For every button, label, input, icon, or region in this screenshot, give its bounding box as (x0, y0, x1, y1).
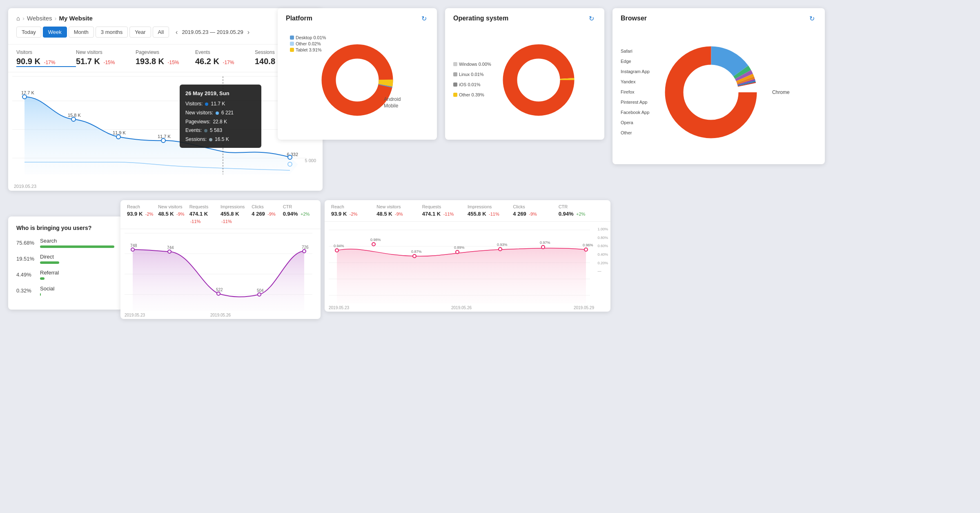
platform-refresh-icon[interactable]: ↻ (421, 15, 429, 22)
tooltip-sessions: Sessions: 16.5 K (185, 135, 256, 144)
reach-clicks-label: Clicks (252, 204, 283, 209)
ctr-reach-value: 93.9 K (331, 211, 347, 217)
metric-change-visitors: -17% (44, 60, 55, 65)
reach-new-visitors-value: 48.5 K (158, 211, 174, 217)
svg-point-5 (71, 117, 76, 121)
legend-other: Other 0.02% (290, 41, 326, 46)
ctr-metric-new-visitors[interactable]: New visitors 48.5 K -9% (376, 204, 422, 217)
date-prev-button[interactable]: ‹ (174, 28, 179, 37)
metric-pageviews[interactable]: Pageviews 193.8 K -15% (136, 49, 195, 67)
time-btn-today[interactable]: Today (16, 27, 41, 38)
home-icon[interactable]: ⌂ (16, 15, 20, 22)
svg-text:17.7 K: 17.7 K (21, 90, 34, 95)
ctr-y-5: 0.20% (597, 259, 608, 268)
reach-metric-ctr[interactable]: CTR 0.94% +2% (283, 204, 314, 225)
tooltip-events-value: 5 583 (210, 126, 222, 135)
browser-firefox-label: Firefox (621, 87, 635, 96)
date-next-button[interactable]: › (246, 28, 251, 37)
svg-text:11.7 K: 11.7 K (158, 134, 171, 139)
metric-events[interactable]: Events 46.2 K -17% (195, 49, 255, 67)
svg-point-55 (456, 250, 459, 254)
tooltip-pageviews-value: 22.8 K (213, 118, 227, 127)
tooltip-visitors: Visitors: 11.7 K (185, 100, 256, 109)
metric-value-new-visitors: 51.7 K (76, 57, 100, 66)
reach-metric-impressions[interactable]: Impressions 455.8 K -11% (220, 204, 252, 225)
breadcrumb-current: My Website (59, 15, 92, 22)
os-ios-color (453, 83, 457, 87)
browser-legend-instagram: Instagram App (621, 67, 650, 76)
os-refresh-icon[interactable]: ↻ (589, 15, 596, 22)
browser-pinterest-label: Pinterest App (621, 98, 647, 107)
svg-point-37 (131, 248, 134, 251)
reach-metric-new-visitors[interactable]: New visitors 48.5 K -9% (158, 204, 189, 225)
os-ios-label: iOS 0.01% (459, 80, 481, 89)
ctr-metric-impressions[interactable]: Impressions 455.8 K -11% (468, 204, 513, 217)
browser-title: Browser (621, 15, 647, 22)
browser-panel: Browser ↻ Safari Edge Instagram App Yand… (612, 8, 825, 164)
svg-text:726: 726 (302, 245, 309, 250)
metric-change-events: -17% (223, 60, 234, 65)
os-windows-label: Windows 0.00% (459, 60, 491, 69)
reach-metric-clicks[interactable]: Clicks 4 269 -9% (252, 204, 283, 225)
time-btn-month[interactable]: Month (69, 27, 94, 38)
tooltip-title: 26 May 2019, Sun (185, 89, 256, 98)
os-linux-label: Linux 0.01% (459, 70, 484, 79)
metric-value-events: 46.2 K (195, 57, 219, 66)
metric-label-new-visitors: New visitors (76, 49, 136, 55)
source-bar-referral (40, 277, 45, 280)
source-name-social: Social (40, 285, 114, 292)
ctr-metric-reach[interactable]: Reach 93.9 K -2% (331, 204, 376, 217)
ctr-metric-requests[interactable]: Requests 474.1 K -11% (422, 204, 468, 217)
svg-point-22 (518, 60, 559, 100)
svg-point-41 (303, 250, 306, 253)
time-nav: Today Week Month 3 months Year All ‹ 201… (16, 27, 314, 38)
reach-metric-reach[interactable]: Reach 93.9 K -2% (127, 204, 158, 225)
reach-ctr-label: CTR (283, 204, 314, 209)
reach-panel: Reach 93.9 K -2% New visitors 48.5 K -9%… (120, 200, 321, 319)
legend-other-color (290, 42, 294, 46)
os-donut-svg (498, 39, 579, 121)
legend-desktop-label: Desktop 0.01% (296, 35, 326, 40)
ctr-impressions-change: -11% (489, 212, 499, 216)
svg-text:0.94%: 0.94% (334, 244, 344, 248)
breadcrumb: ⌂ › Websites › My Website (16, 15, 314, 22)
svg-text:522: 522 (216, 288, 223, 292)
ctr-line-chart: 0.94% 0.98% 0.87% 0.89% 0.93% 0.97% 0.96… (329, 226, 594, 303)
svg-text:0.87%: 0.87% (411, 250, 422, 254)
svg-text:11.9 K: 11.9 K (113, 130, 126, 135)
ctr-metric-clicks[interactable]: Clicks 4 269 -9% (513, 204, 558, 217)
svg-point-57 (541, 245, 545, 249)
time-btn-week[interactable]: Week (43, 27, 67, 38)
metric-label-pageviews: Pageviews (136, 49, 195, 55)
ctr-metrics-row: Reach 93.9 K -2% New visitors 48.5 K -9%… (325, 200, 610, 222)
browser-legend-facebook: Facebook App (621, 108, 650, 117)
reach-clicks-value: 4 269 (252, 211, 265, 217)
source-name-direct: Direct (40, 254, 114, 260)
platform-legend: Desktop 0.01% Other 0.02% Tablet 3.91% (290, 35, 326, 54)
svg-point-38 (168, 250, 171, 253)
time-btn-all[interactable]: All (153, 27, 169, 38)
tooltip-new-visitors: New visitors: 6 221 (185, 109, 256, 118)
svg-point-58 (584, 248, 588, 251)
reach-requests-value: 474.1 K (189, 211, 208, 217)
time-btn-3months[interactable]: 3 months (96, 27, 128, 38)
reach-metric-requests[interactable]: Requests 474.1 K -11% (189, 204, 220, 225)
metric-visitors[interactable]: Visitors 90.9 K -17% (16, 49, 76, 67)
ctr-chart-area: 1.00% 0.80% 0.60% 0.40% 0.20% — (325, 222, 610, 312)
browser-content: Safari Edge Instagram App Yandex Firefox… (621, 27, 817, 158)
reach-ctr-change: +2% (301, 212, 310, 216)
svg-point-7 (161, 138, 165, 143)
browser-other-label: Other (621, 128, 632, 137)
ctr-requests-change: -11% (443, 212, 454, 216)
metric-new-visitors[interactable]: New visitors 51.7 K -15% (76, 49, 136, 67)
browser-chrome-label: Chrome (772, 89, 790, 95)
platform-title: Platform (286, 15, 312, 22)
browser-refresh-icon[interactable]: ↻ (809, 15, 817, 22)
source-row-social: 0.32% Social (16, 285, 114, 296)
browser-facebook-label: Facebook App (621, 108, 649, 117)
time-btn-year[interactable]: Year (129, 27, 151, 38)
metric-change-pageviews: -15% (168, 60, 179, 65)
ctr-metric-ctr[interactable]: CTR 0.94% +2% (559, 204, 604, 217)
breadcrumb-websites[interactable]: Websites (27, 15, 52, 22)
os-title: Operating system (453, 15, 508, 22)
